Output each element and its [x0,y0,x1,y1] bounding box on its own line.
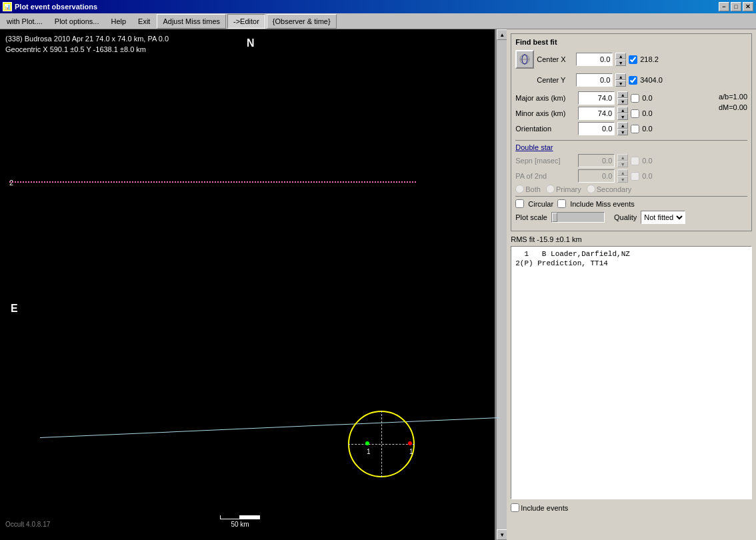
right-panel: Find best fit Center X ▲ ▼ 218.2 [507,29,756,540]
center-y-up[interactable]: ▲ [615,73,626,80]
radio-secondary-label[interactable]: Secondary [587,185,632,193]
major-axis-up[interactable]: ▲ [617,91,628,98]
center-y-spinner[interactable]: ▲ ▼ [615,73,626,87]
event-dot-emersion [408,441,412,445]
pa-2nd-label: PA of 2nd [515,172,575,180]
version-label: Occult 4.0.8.17 [5,521,50,528]
pa-2nd-row: PA of 2nd ▲ ▼ 0.0 [515,169,747,183]
rms-fit: RMS fit -15.9 ±0.1 km [511,235,752,243]
sepn-input [578,154,615,167]
canvas-info: (338) Budrosa 2010 Apr 21 74.0 x 74.0 km… [5,33,169,55]
minimize-button[interactable]: − [719,2,729,11]
obs-item-1[interactable]: 1 B Loader,Darfield,NZ [514,249,749,259]
sepn-spinner: ▲ ▼ [617,154,628,167]
north-label: N [247,37,255,49]
pa-2nd-checkbox [631,172,639,181]
orientation-input[interactable] [578,122,615,135]
btn-editor[interactable]: ->Editor [227,14,265,29]
fit-icon[interactable] [515,50,534,69]
major-axis-row: Major axis (km) ▲ ▼ 0.0 [515,91,711,105]
plot-scale-slider[interactable] [551,212,605,223]
center-y-input[interactable] [576,73,613,87]
orientation-down[interactable]: ▼ [617,129,628,135]
radio-both-label[interactable]: Both [515,185,541,193]
orientation-check-value: 0.0 [642,125,672,133]
include-miss-checkbox[interactable] [557,199,566,208]
major-axis-input[interactable] [578,91,615,105]
quality-label: Quality [614,213,637,221]
title-bar: 📊 Plot event observations − □ ✕ [0,0,756,13]
minor-axis-spinner[interactable]: ▲ ▼ [617,107,628,120]
observations-list[interactable]: 1 B Loader,Darfield,NZ 2(P) Prediction, … [511,246,752,499]
find-best-fit-title: Find best fit [515,38,747,46]
minor-axis-row: Minor axis (km) ▲ ▼ 0.0 [515,107,711,120]
major-axis-spinner[interactable]: ▲ ▼ [617,91,628,105]
circular-checkbox[interactable] [515,199,524,208]
menu-bar: with Plot.... Plot options... Help Exit … [0,13,756,29]
include-events-row: Include events [511,503,752,512]
minor-axis-down[interactable]: ▼ [617,113,628,120]
plot-scale-label: Plot scale [515,213,547,221]
pa-2nd-input [578,169,615,183]
orientation-checkbox[interactable] [631,125,639,133]
minor-axis-input[interactable] [578,107,615,120]
major-axis-checkbox[interactable] [631,94,639,103]
major-axis-down[interactable]: ▼ [617,98,628,105]
crosshair-horizontal [348,444,415,445]
close-button[interactable]: ✕ [743,2,753,11]
center-x-up[interactable]: ▲ [615,53,626,59]
minor-axis-label: Minor axis (km) [515,109,575,117]
menu-exit[interactable]: Exit [133,15,155,28]
main-container: (338) Budrosa 2010 Apr 21 74.0 x 74.0 km… [0,29,756,540]
btn-observer-time[interactable]: {Observer & time} [267,14,337,29]
quality-select[interactable]: Not fitted Poor Good Excellent [641,211,685,224]
center-y-down[interactable]: ▼ [615,80,626,87]
scale-bar-graphic [220,515,260,519]
obs-item-2[interactable]: 2(P) Prediction, TT14 [514,259,749,268]
minor-axis-up[interactable]: ▲ [617,107,628,113]
center-x-checkbox[interactable] [629,55,637,64]
orientation-up[interactable]: ▲ [617,122,628,129]
radio-secondary [587,185,595,193]
btn-adjust-miss[interactable]: Adjust Miss times [157,14,226,29]
center-x-spinner[interactable]: ▲ ▼ [615,53,626,66]
center-y-checkbox[interactable] [629,76,637,85]
scroll-up-button[interactable]: ▲ [497,29,507,40]
radio-both [515,185,524,193]
info-line2: Geocentric X 590.1 ±0.5 Y -1638.1 ±8.0 k… [5,44,169,55]
center-x-check-value: 218.2 [640,55,670,63]
chord-line [40,417,499,438]
menu-help[interactable]: Help [105,15,131,28]
pa-2nd-spinner: ▲ ▼ [617,169,628,183]
center-x-input[interactable] [576,53,613,66]
center-x-down[interactable]: ▼ [615,59,626,66]
scale-label: 50 km [231,521,249,528]
scroll-track[interactable] [497,40,507,529]
major-axis-label: Major axis (km) [515,94,575,102]
orientation-spinner[interactable]: ▲ ▼ [617,122,628,135]
menu-with-plot[interactable]: with Plot.... [1,15,48,28]
app-icon: 📊 [3,2,12,11]
event-dot-immersion [365,441,369,445]
divider-2 [515,196,747,197]
canvas-area[interactable]: (338) Budrosa 2010 Apr 21 74.0 x 74.0 km… [0,29,496,540]
orientation-label: Orientation [515,125,575,133]
sepn-check-value: 0.0 [642,157,672,165]
plot-scale-row: Plot scale Quality Not fitted Poor Good … [515,211,747,224]
scroll-down-button[interactable]: ▼ [497,529,507,540]
scale-bar: 50 km [220,515,260,528]
sepn-label: Sepn [masec] [515,157,575,165]
maximize-button[interactable]: □ [731,2,741,11]
menu-plot-options[interactable]: Plot options... [49,15,105,28]
info-line1: (338) Budrosa 2010 Apr 21 74.0 x 74.0 km… [5,33,169,44]
radio-primary-label[interactable]: Primary [546,185,581,193]
sepn-row: Sepn [masec] ▲ ▼ 0.0 [515,154,747,167]
track-label-2: 2 [9,179,13,187]
canvas-scrollbar[interactable]: ▲ ▼ [496,29,507,540]
event-label-2: 1 [409,448,413,455]
ab-ratio: a/b=1.00 dM=0.00 [719,91,747,137]
include-events-checkbox[interactable] [511,503,519,512]
minor-axis-checkbox[interactable] [631,109,639,118]
include-events-label: Include events [521,504,568,512]
double-star-title[interactable]: Double star [515,143,747,151]
